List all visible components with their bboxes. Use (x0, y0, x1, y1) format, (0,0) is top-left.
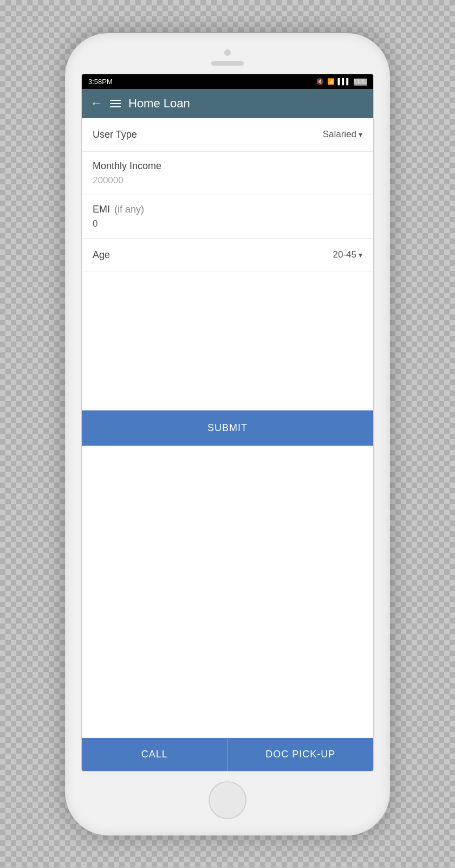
age-dropdown[interactable]: 20-45 ▾ (333, 249, 362, 260)
user-type-row: User Type Salaried ▾ (82, 118, 373, 152)
status-time: 3:58PM (88, 78, 113, 86)
empty-space (82, 446, 373, 738)
monthly-income-row: Monthly Income 200000 (82, 152, 373, 195)
nav-bar: ← Home Loan (82, 89, 373, 118)
submit-button[interactable]: SUBMIT (82, 410, 373, 446)
phone-camera (224, 49, 231, 56)
emi-input[interactable]: 0 (93, 218, 362, 229)
monthly-income-input[interactable]: 200000 (93, 175, 362, 186)
user-type-dropdown[interactable]: Salaried ▾ (323, 129, 362, 140)
user-type-value: Salaried (323, 129, 356, 140)
wifi-icon: 📶 (327, 78, 335, 85)
emi-label: EMI (93, 204, 110, 215)
signal-icon: ▌▌▌ (338, 78, 350, 85)
user-type-label: User Type (93, 129, 137, 140)
age-value: 20-45 (333, 249, 356, 260)
back-button[interactable]: ← (90, 97, 102, 111)
status-bar: 3:58PM 🔇 📶 ▌▌▌ ▓▓▓ (82, 74, 373, 89)
mute-icon: 🔇 (316, 78, 324, 85)
phone-speaker (211, 61, 244, 66)
home-button[interactable] (209, 781, 246, 819)
monthly-income-label: Monthly Income (93, 160, 362, 172)
age-label: Age (93, 249, 110, 261)
phone-screen: 3:58PM 🔇 📶 ▌▌▌ ▓▓▓ ← Home Loan (81, 74, 374, 771)
age-chevron-down-icon: ▾ (359, 250, 362, 259)
status-icons: 🔇 📶 ▌▌▌ ▓▓▓ (316, 78, 367, 85)
page-title: Home Loan (128, 97, 190, 111)
doc-pickup-button[interactable]: DOC PICK-UP (228, 738, 374, 771)
phone-frame: 3:58PM 🔇 📶 ▌▌▌ ▓▓▓ ← Home Loan (65, 33, 390, 835)
bottom-bar: CALL DOC PICK-UP (82, 738, 373, 771)
form-content: User Type Salaried ▾ Monthly Income 2000… (82, 118, 373, 410)
chevron-down-icon: ▾ (359, 130, 362, 139)
menu-button[interactable] (110, 100, 121, 107)
form-area: User Type Salaried ▾ Monthly Income 2000… (82, 118, 373, 771)
battery-icon: ▓▓▓ (354, 78, 367, 85)
call-button[interactable]: CALL (82, 738, 228, 771)
age-row: Age 20-45 ▾ (82, 239, 373, 272)
emi-suffix: (if any) (114, 204, 144, 215)
emi-row: EMI (if any) 0 (82, 195, 373, 239)
